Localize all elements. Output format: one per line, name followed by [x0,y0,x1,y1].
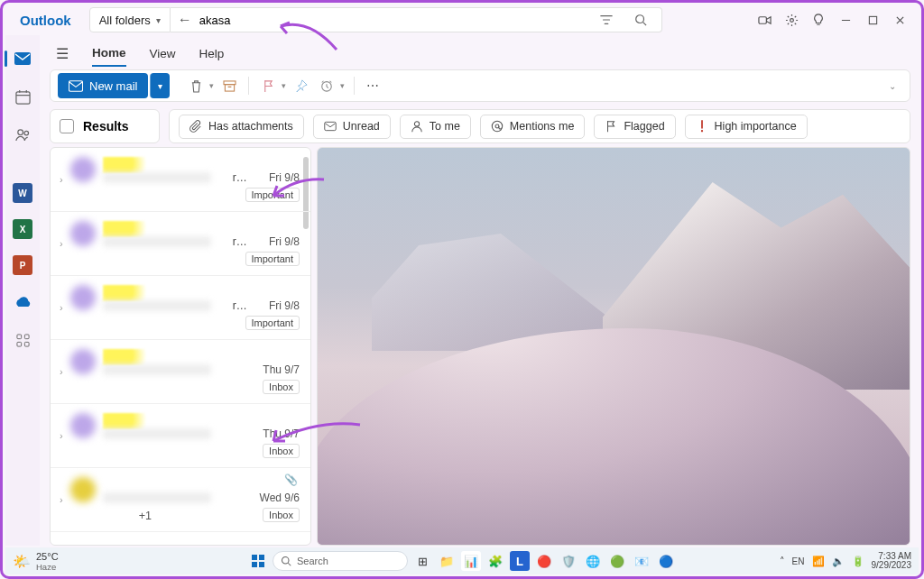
minimize-icon[interactable] [832,6,859,33]
tray-battery-icon[interactable]: 🔋 [852,556,864,567]
rail-mail[interactable] [12,48,33,69]
snooze-icon[interactable] [317,79,337,92]
taskbar-app[interactable]: 🧩 [485,551,505,571]
expand-thread-icon[interactable]: › [60,366,63,377]
flag-dropdown[interactable]: ▾ [282,81,286,90]
search-scope-dropdown[interactable]: All folders ▾ [89,7,171,32]
message-date: Wed 9/6 [260,492,300,504]
highlight [103,221,157,237]
results-header: Results [50,109,160,143]
message-subject [103,172,211,183]
message-folder-chip: Inbox [263,380,300,394]
chip-has-attachments[interactable]: Has attachments [179,115,304,139]
taskbar-temp: 25°C [36,551,59,562]
filter-icon[interactable] [593,6,620,33]
message-folder-chip: Inbox [263,508,300,522]
taskbar-app[interactable]: 📊 [461,551,481,571]
rail-onedrive[interactable] [12,291,33,313]
svg-point-7 [24,131,29,135]
taskbar-search[interactable]: Search [273,551,408,571]
ribbon-expand-icon[interactable]: ⌄ [882,81,902,91]
taskbar-app[interactable]: L [510,551,530,571]
tab-help[interactable]: Help [199,41,225,66]
chip-high-importance[interactable]: High importance [685,115,808,139]
more-icon[interactable]: ⋯ [364,78,383,93]
taskbar-app[interactable]: 🔴 [534,551,554,571]
message-item[interactable]: ›Thu 9/7Inbox [51,340,310,404]
windows-taskbar[interactable]: 🌤️ 25°C Haze Search ⊞ 📁 📊 🧩 L 🔴 🛡️ 🌐 🟢 📧… [5,547,919,574]
tab-home[interactable]: Home [92,41,126,67]
close-icon[interactable] [886,6,913,33]
avatar [70,349,96,374]
start-button[interactable] [248,551,268,571]
taskbar-outlook[interactable]: 📧 [632,551,651,571]
rail-excel[interactable]: X [13,219,32,239]
message-subject [103,236,211,247]
snooze-dropdown[interactable]: ▾ [340,81,345,90]
chip-to-me[interactable]: To me [400,115,471,139]
meet-now-icon[interactable] [751,6,778,33]
expand-thread-icon[interactable]: › [60,302,63,313]
delete-icon[interactable] [186,79,206,93]
maximize-icon[interactable] [859,6,886,33]
highlight [103,285,157,301]
search-icon[interactable] [627,6,654,33]
filter-row: Results Has attachments Unread To me Men… [50,107,910,145]
svg-rect-23 [252,562,257,567]
message-date: Thu 9/7 [263,427,300,440]
chip-flagged[interactable]: Flagged [594,115,675,139]
message-item[interactable]: ›r…Fri 9/8Important [51,212,310,276]
svg-rect-12 [69,80,82,91]
chip-mentions-me[interactable]: Mentions me [480,115,586,139]
message-item[interactable]: ›Thu 9/7Inbox [51,404,310,468]
highlight [103,349,157,365]
expand-thread-icon[interactable]: › [60,494,63,505]
taskbar-edge[interactable]: 🌐 [583,551,603,571]
chip-unread[interactable]: Unread [313,115,391,139]
taskbar-weather[interactable]: 🌤️ 25°C Haze [13,551,59,572]
rail-calendar[interactable] [12,86,33,107]
rail-word[interactable]: W [13,183,32,203]
taskbar-app[interactable]: 🔵 [656,551,676,571]
message-item[interactable]: ›r…Fri 9/8Important [51,148,310,212]
tray-language[interactable]: EN [792,556,805,566]
taskbar-chrome[interactable]: 🟢 [607,551,627,571]
tray-wifi-icon[interactable]: 📶 [812,556,825,567]
tray-chevron-icon[interactable]: ˄ [780,556,785,567]
archive-icon[interactable] [219,80,239,92]
svg-rect-21 [252,555,257,560]
rail-more-apps[interactable] [12,329,33,351]
rail-people[interactable] [12,124,33,145]
taskbar-explorer[interactable]: 📁 [437,551,457,571]
flag-icon[interactable] [258,79,278,93]
message-item[interactable]: ›Wed 9/6Inbox+1📎 [51,468,310,532]
pin-icon[interactable] [291,79,311,92]
hamburger-icon[interactable]: ☰ [56,45,69,62]
search-input[interactable] [199,14,586,27]
search-box[interactable]: ← [171,7,662,32]
message-list[interactable]: ›r…Fri 9/8Important›r…Fri 9/8Important›r… [50,147,311,546]
expand-thread-icon[interactable]: › [60,174,63,185]
taskbar-taskview[interactable]: ⊞ [412,551,432,571]
new-mail-button[interactable]: New mail [58,73,148,98]
select-all-checkbox[interactable] [60,119,74,133]
filter-chips: Has attachments Unread To me Mentions me… [169,109,910,143]
tab-view[interactable]: View [150,41,176,66]
new-mail-dropdown[interactable]: ▾ [150,73,170,98]
back-icon[interactable]: ← [178,12,192,28]
expand-thread-icon[interactable]: › [60,238,63,249]
delete-dropdown[interactable]: ▾ [209,81,214,90]
highlight [103,413,157,429]
taskbar-app[interactable]: 🛡️ [559,551,578,571]
expand-thread-icon[interactable]: › [60,430,63,441]
gear-icon[interactable] [778,6,805,33]
results-label: Results [83,119,129,133]
lightbulb-icon[interactable] [805,6,832,33]
tray-volume-icon[interactable]: 🔈 [832,556,845,567]
rail-powerpoint[interactable]: P [13,255,32,275]
avatar [70,221,96,246]
tray-clock[interactable]: 7:33 AM 9/29/2023 [872,552,912,571]
message-item[interactable]: ›r…Fri 9/8Important [51,276,310,340]
search-scope-label: All folders [99,14,151,27]
weather-icon: 🌤️ [13,553,31,570]
